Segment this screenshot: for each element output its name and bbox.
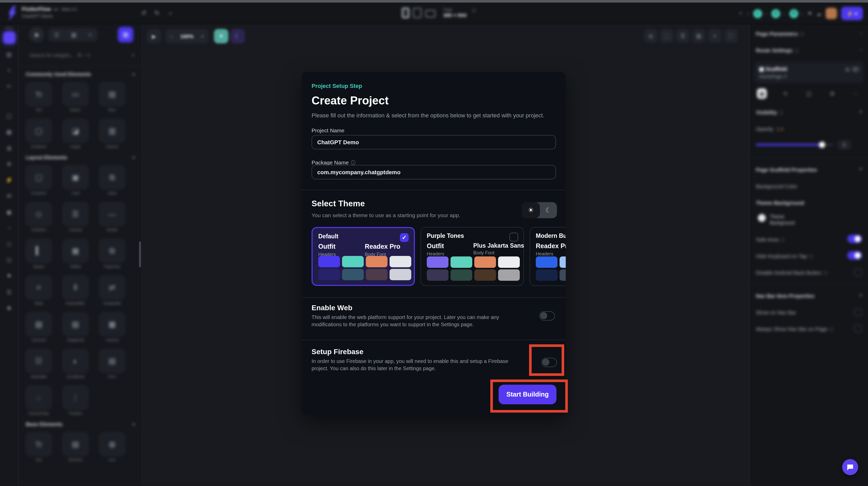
sun-icon[interactable]: ☀ <box>522 202 540 218</box>
canvas-light-mode-button[interactable]: ☀ <box>214 29 228 44</box>
play-icon[interactable]: ▶ <box>147 29 161 44</box>
widget-tile-button[interactable]: ▭Button <box>63 82 88 112</box>
settings-icon[interactable]: ⬡ <box>5 240 13 248</box>
slider-knob[interactable] <box>819 142 825 148</box>
properties-tab-1[interactable]: ✛ <box>780 88 790 99</box>
widget-tile-staggered[interactable]: ▨Staggered <box>63 312 88 342</box>
widget-tile-listview[interactable]: ☰ListView <box>63 202 88 232</box>
phone-device-icon[interactable] <box>402 8 409 18</box>
theme-card-purple-tones[interactable]: Purple TonesOutfitHeadersPlus Jakarta Sa… <box>421 227 524 286</box>
theme-card-modern-business[interactable]: Modern BusinessReadex ProHeadersReadex P… <box>530 227 566 286</box>
palette-view-segmented-control[interactable]: ☰ ▦ ⌖ <box>48 28 98 41</box>
widget-tile-text[interactable]: TrText <box>26 82 52 112</box>
palette-section-header[interactable]: Commonly Used Elements▾ <box>26 72 135 77</box>
widget-search-row[interactable]: Search for widgets... ⌘ + K ⌕ <box>19 49 142 62</box>
code-icon[interactable]: ⌗ <box>708 29 722 43</box>
database-icon[interactable]: ⚡ <box>5 176 13 184</box>
widget-tile-gridview[interactable]: ◇GridView <box>26 202 52 232</box>
help-icon[interactable]: ✚ <box>5 304 13 312</box>
rail-active-item[interactable] <box>3 32 15 44</box>
widget-tile-layered[interactable]: ▩Layered <box>99 312 125 342</box>
theme-icon[interactable]: ☷ <box>5 256 13 264</box>
chevron-down-icon[interactable]: ▾ <box>132 155 135 160</box>
chevron-down-icon[interactable]: ▾ <box>860 109 862 114</box>
theme-mode-toggle[interactable]: ☀ ☾ <box>522 202 557 218</box>
info-icon[interactable]: ⓘ <box>800 32 804 37</box>
widget-tile-stack[interactable]: ⧉Stack <box>99 166 125 195</box>
user-avatar[interactable] <box>826 8 837 19</box>
widget-tile-image[interactable]: ◪Image <box>63 119 88 148</box>
widget-tile-row[interactable]: ▤Row <box>99 82 125 112</box>
redo-icon[interactable]: ↻ <box>153 9 161 17</box>
chevron-down-icon[interactable]: ▾ <box>132 72 135 77</box>
search-icon[interactable]: ⌕ <box>166 9 175 17</box>
project-name-breadcrumb[interactable]: ChatGPT Demo <box>22 13 53 19</box>
tablet-device-icon[interactable] <box>413 8 422 18</box>
search-icon[interactable]: ⌕ <box>132 52 135 58</box>
widget-tile-column[interactable]: ▥Column <box>99 119 125 148</box>
list-view-icon[interactable]: ☰ <box>54 31 59 38</box>
widget-tile-card[interactable]: ▣Card <box>63 166 88 195</box>
properties-tab-4[interactable]: ⋯ <box>851 88 861 99</box>
widget-tile-text[interactable]: TrText <box>26 432 52 462</box>
chevron-right-icon[interactable]: › <box>860 47 862 52</box>
zoom-in-icon[interactable]: + <box>201 33 204 39</box>
status-icon[interactable]: ◔ <box>746 10 749 16</box>
canvas-dark-mode-button[interactable]: ☾ <box>230 29 245 44</box>
palette-scrollbar-thumb[interactable] <box>139 241 141 267</box>
properties-tab-3[interactable]: ⚙ <box>827 88 837 99</box>
cloud-icon[interactable]: ☁ <box>816 10 822 16</box>
widget-tree-icon[interactable]: ⌗ <box>5 66 13 75</box>
info-icon[interactable]: ⓘ <box>795 48 799 53</box>
target-icon[interactable]: ◎ <box>644 29 658 43</box>
delete-icon[interactable]: ⌦ <box>852 67 860 73</box>
info-icon[interactable]: ⓘ <box>824 271 828 276</box>
moon-icon[interactable]: ☾ <box>540 202 557 218</box>
chevron-down-icon[interactable]: ▾ <box>860 293 862 298</box>
widget-tile-form[interactable]: ▤Form <box>99 349 125 378</box>
info-icon[interactable]: ⓘ <box>781 237 785 243</box>
widget-tile-tabbar[interactable]: ▦TabBar <box>63 239 88 268</box>
flag-icon[interactable]: ⚑ <box>808 10 812 16</box>
collaborator-2[interactable]: D◌ <box>771 9 785 18</box>
setting-icon-button[interactable] <box>854 325 862 333</box>
toggle-on[interactable] <box>847 235 862 243</box>
collaborator-3[interactable]: R◌ <box>789 9 803 18</box>
start-building-button[interactable]: Start Building <box>499 385 556 404</box>
palette-section-header[interactable]: Layout Elements▾ <box>26 154 135 160</box>
chevron-down-icon[interactable]: ▾ <box>860 167 862 172</box>
enable-web-toggle[interactable] <box>539 311 555 320</box>
project-name-input[interactable] <box>312 135 556 149</box>
info-icon[interactable]: ⓘ <box>779 110 783 115</box>
chevron-right-icon[interactable]: › <box>860 30 862 36</box>
package-name-input[interactable] <box>312 165 556 179</box>
zoom-control[interactable]: – 100% + <box>165 29 209 44</box>
widget-tile-pageview[interactable]: ⧉PageView <box>99 239 125 268</box>
widget-tile-timeline[interactable]: ⋮Timeline <box>63 386 88 415</box>
api-icon[interactable]: ✉ <box>5 192 13 200</box>
docs-icon[interactable]: ⚑ <box>5 272 13 280</box>
background-color-radio[interactable]: Theme Background <box>758 214 862 226</box>
theme-card-checkbox[interactable] <box>509 233 518 241</box>
deploy-button[interactable]: ⚡▾ <box>841 7 863 20</box>
palette-section-header[interactable]: Base Elements▾ <box>26 421 135 427</box>
tests-icon[interactable]: ◔ <box>5 224 13 232</box>
theme-card-default[interactable]: Default✓OutfitHeadersReadex ProBody Font <box>312 227 415 286</box>
widget-tile-carousel[interactable]: ▧Carousel <box>26 312 52 342</box>
components-icon[interactable]: ⌖ <box>88 31 91 38</box>
collaborator-1[interactable]: C◌ <box>753 9 767 18</box>
opacity-value-box[interactable]: 1 <box>838 140 851 149</box>
widget-tile-divider[interactable]: —Divider <box>99 202 125 232</box>
custom-code-icon[interactable]: ⚙ <box>5 160 13 168</box>
add-widget-button[interactable]: ⊞ <box>118 27 133 42</box>
cursor-mode-button[interactable]: ➤ <box>29 27 44 42</box>
data-types-icon[interactable]: ▦ <box>5 128 13 136</box>
widget-tile-container[interactable]: ▢Container <box>26 119 52 148</box>
widget-tile-swappable[interactable]: ⇄Swappable <box>99 276 125 305</box>
media-assets-icon[interactable]: ◍ <box>5 144 13 152</box>
info-icon[interactable]: ⓘ <box>809 254 813 259</box>
info-icon[interactable]: ⓘ <box>830 327 834 332</box>
widget-tile-richtext[interactable]: ▤RichText <box>63 432 88 462</box>
widget-tile-spacer[interactable]: ▍Spacer <box>26 239 52 268</box>
dashboard-icon[interactable]: ▤ <box>5 50 13 58</box>
